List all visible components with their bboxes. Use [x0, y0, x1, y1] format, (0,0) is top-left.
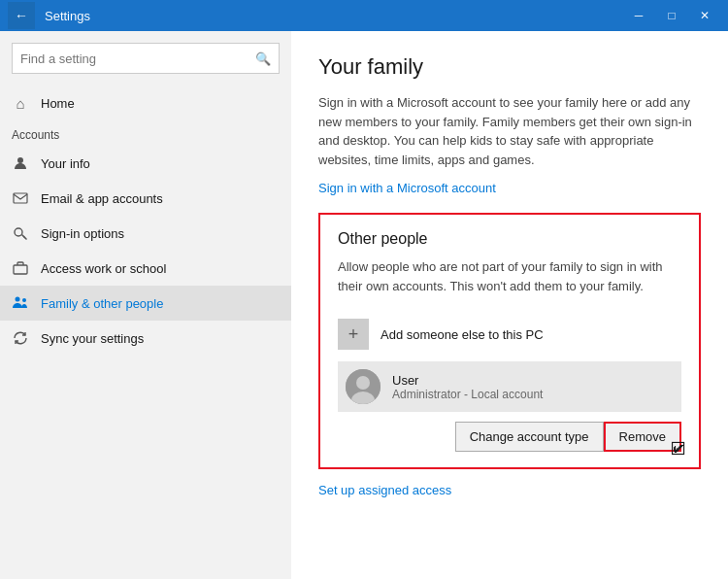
titlebar-title: Settings [45, 9, 623, 23]
sidebar-item-email[interactable]: Email & app accounts [0, 181, 291, 216]
svg-line-3 [23, 236, 25, 238]
sidebar: 🔍 ⌂ Home Accounts Your info [0, 31, 291, 579]
ms-account-link[interactable]: Sign in with a Microsoft account [318, 181, 496, 195]
sidebar-item-signin[interactable]: Sign-in options [0, 216, 291, 251]
user-sub: Administrator - Local account [392, 388, 674, 401]
window-controls: ─ □ ✕ [623, 0, 720, 31]
sidebar-item-your-info-label: Your info [41, 156, 90, 171]
sidebar-item-email-label: Email & app accounts [41, 191, 163, 206]
search-box[interactable]: 🔍 [12, 43, 280, 74]
other-people-title: Other people [338, 230, 681, 248]
user-row[interactable]: User Administrator - Local account [338, 361, 681, 412]
add-person-row[interactable]: + Add someone else to this PC [338, 311, 681, 358]
change-account-type-button[interactable]: Change account type [455, 422, 604, 452]
user-actions: Change account type Remove 🗹 [338, 422, 681, 452]
page-title: Your family [318, 54, 701, 80]
search-input[interactable] [20, 51, 255, 66]
content-area: Your family Sign in with a Microsoft acc… [291, 31, 728, 579]
svg-point-2 [15, 228, 22, 236]
close-button[interactable]: ✕ [689, 0, 720, 31]
add-person-icon: + [338, 319, 369, 350]
user-info: User Administrator - Local account [392, 373, 674, 401]
sidebar-item-your-info[interactable]: Your info [0, 146, 291, 181]
remove-label: Remove [619, 429, 666, 444]
close-icon: ✕ [700, 9, 710, 22]
sidebar-item-home[interactable]: ⌂ Home [0, 85, 291, 120]
titlebar: ← Settings ─ □ ✕ [0, 0, 728, 31]
sidebar-item-home-label: Home [41, 96, 75, 111]
person-icon [12, 154, 29, 172]
minimize-button[interactable]: ─ [623, 0, 654, 31]
cursor-hand-icon: 🗹 [670, 439, 687, 460]
remove-button[interactable]: Remove 🗹 [604, 422, 681, 452]
maximize-icon: □ [668, 9, 675, 22]
sidebar-section-accounts: Accounts [0, 120, 291, 146]
sidebar-item-family-label: Family & other people [41, 296, 163, 311]
sidebar-item-work[interactable]: Access work or school [0, 251, 291, 286]
svg-rect-4 [14, 265, 27, 274]
main-layout: 🔍 ⌂ Home Accounts Your info [0, 31, 728, 579]
svg-point-6 [22, 298, 26, 302]
sidebar-item-sync[interactable]: Sync your settings [0, 321, 291, 356]
maximize-button[interactable]: □ [656, 0, 687, 31]
search-icon: 🔍 [255, 51, 271, 66]
add-person-label: Add someone else to this PC [381, 327, 544, 342]
other-people-description: Allow people who are not part of your fa… [338, 257, 681, 295]
family-icon [12, 294, 29, 312]
sidebar-item-sync-label: Sync your settings [41, 331, 144, 346]
sidebar-item-family[interactable]: Family & other people [0, 286, 291, 321]
minimize-icon: ─ [635, 9, 644, 22]
svg-point-8 [356, 376, 370, 390]
other-people-box: Other people Allow people who are not pa… [318, 213, 701, 469]
svg-rect-1 [14, 193, 27, 203]
assigned-access-link[interactable]: Set up assigned access [318, 483, 701, 497]
sync-icon [12, 329, 29, 347]
user-name: User [392, 373, 674, 388]
back-button[interactable]: ← [8, 2, 35, 29]
avatar [346, 369, 381, 404]
svg-point-0 [17, 157, 23, 163]
home-icon: ⌂ [12, 94, 29, 112]
key-icon [12, 224, 29, 242]
briefcase-icon [12, 259, 29, 277]
back-icon: ← [15, 8, 28, 23]
sidebar-item-signin-label: Sign-in options [41, 226, 124, 241]
your-family-description: Sign in with a Microsoft account to see … [318, 93, 701, 169]
email-icon [12, 189, 29, 207]
svg-point-5 [16, 297, 20, 302]
sidebar-item-work-label: Access work or school [41, 261, 166, 276]
